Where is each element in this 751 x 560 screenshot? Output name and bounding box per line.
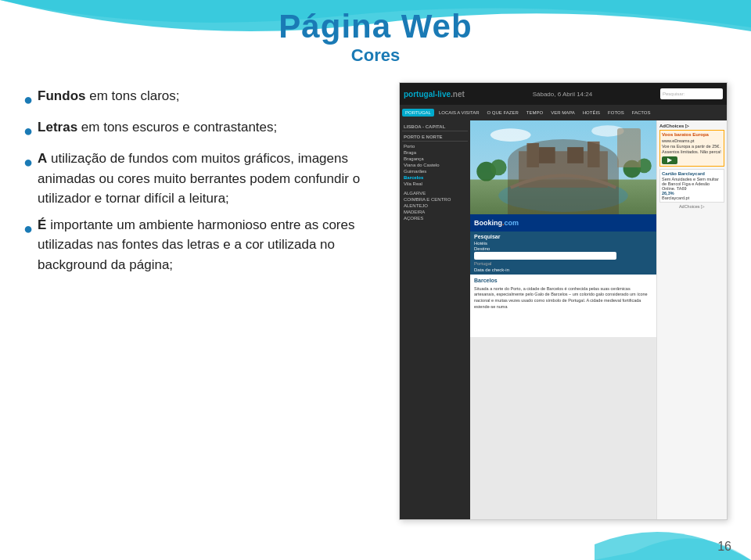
bullet-icon-3: ● (23, 150, 33, 174)
checkin-label: Data de check-in (474, 267, 652, 272)
ad-button: ▶ (662, 156, 677, 164)
bullet-1-text: Fundos em tons claros; (38, 86, 179, 106)
sidebar-braganca: Bragança (402, 156, 468, 162)
site-logo-ext: .net (451, 90, 465, 99)
site-nav-locais: LOCAIS A VISITAR (436, 109, 483, 117)
destino-label: Destino (474, 246, 652, 251)
ad-headline: Voos baratos Europa (662, 132, 722, 138)
bullet-icon-2: ● (23, 119, 33, 142)
sidebar-alentejo: ALENTEJO (402, 203, 468, 209)
svg-rect-1 (470, 180, 656, 214)
site-nav-portugal: PORTUGAL (402, 109, 434, 117)
card-ad-text: Sem Anuidades e Sem multar de Bancol Fig… (662, 177, 722, 191)
bullet-2-bold: Letras (38, 120, 77, 135)
sidebar-section-lisboa: LISBOA - CAPITAL (402, 123, 468, 131)
hotels-label: Hotéis (474, 241, 652, 246)
ad-box-1: Voos baratos Europa www.eDreams.pt Voe n… (659, 130, 724, 167)
sidebar-porto: Porto (402, 143, 468, 149)
site-logo: portugal-live.net (404, 90, 465, 99)
svg-point-2 (498, 180, 628, 212)
sidebar-section-porto: PORTO E NORTE (402, 133, 468, 142)
site-nav-hoteis: HOTÉIS (580, 109, 603, 117)
site-nav-fazer: O QUE FAZER (483, 109, 521, 117)
bullet-4-text: É importante um ambiente harmonioso entr… (38, 215, 391, 275)
website-screenshot: portugal-live.net Sábado, 6 Abril 14:24 … (399, 82, 728, 520)
text-column: ● Fundos em tons claros; ● Letras em ton… (23, 78, 399, 529)
svg-point-11 (637, 159, 652, 174)
search-form-title: Pesquisar (474, 234, 652, 239)
site-description: Barcelos Situada a norte do Porto, a cid… (470, 275, 656, 337)
svg-rect-6 (539, 147, 555, 163)
site-date: Sábado, 6 Abril 14:24 (533, 91, 593, 98)
site-booking-bar: Booking.com (470, 214, 656, 232)
card-ad-title: Cartão Barclaycard (662, 171, 722, 176)
bullet-1-bold: Fundos (38, 88, 85, 103)
site-search-label: Pesquisar: (663, 92, 685, 96)
bullet-3: ● A utilização de fundos com muitos gráf… (23, 149, 391, 209)
page-title: Página Web (0, 8, 751, 45)
site-desc-text: Situada a norte do Porto, a cidade de Ba… (474, 286, 652, 311)
site-hero-image (470, 120, 656, 214)
site-nav-tempo: TEMPO (523, 109, 546, 117)
sidebar-viana: Viana do Castelo (402, 162, 468, 168)
content-area: ● Fundos em tons claros; ● Letras em ton… (0, 70, 751, 537)
bullet-4-rest: importante um ambiente harmonioso entre … (38, 217, 354, 272)
site-header: portugal-live.net Sábado, 6 Abril 14:24 … (400, 83, 727, 105)
main-title-area: Página Web (0, 8, 751, 45)
svg-rect-4 (526, 143, 539, 167)
page-number: 16 (717, 540, 731, 554)
ad-site: www.eDreams.pt (662, 138, 722, 144)
sidebar-acores: AÇORES (402, 215, 468, 221)
site-booking-logo: Booking.com (474, 219, 519, 227)
card-ad: Cartão Barclaycard Sem Anuidades e Sem m… (659, 169, 724, 203)
site-body: LISBOA - CAPITAL PORTO E NORTE Porto Bra… (400, 120, 727, 519)
sidebar-coimbra: COIMBRA E CENTRO (402, 196, 468, 203)
bullet-1-rest: em tons claros; (85, 88, 179, 103)
site-nav-mapa: VER MAPA (548, 109, 578, 117)
site-nav: PORTUGAL LOCAIS A VISITAR O QUE FAZER TE… (400, 105, 727, 120)
bullet-3-rest: utilização de fundos com muitos gráficos… (38, 151, 360, 206)
bullet-3-text: A utilização de fundos com muitos gráfic… (38, 149, 391, 209)
bullet-3-bold: A (38, 151, 47, 166)
svg-point-12 (490, 128, 531, 142)
booking-text: Booking (474, 219, 502, 227)
bullet-2-text: Letras em tons escuros e contrastantes; (38, 117, 277, 138)
site-logo-name: portugal-live (404, 90, 451, 99)
ad-choices-label: AdChoices ▷ (659, 204, 724, 209)
site-search-box: Pesquisar: (660, 88, 723, 99)
sidebar-vilareal: Vila Real (402, 181, 468, 187)
ad-label: AdChoices ▷ (659, 123, 724, 128)
sidebar-braga: Braga (402, 149, 468, 156)
bullet-4-bold: É (38, 217, 46, 232)
bullet-1: ● Fundos em tons claros; (23, 86, 391, 111)
portugal-label: Portugal (474, 261, 652, 266)
booking-com: com (505, 219, 519, 227)
site-nav-factos: FACTOS (629, 109, 654, 117)
sidebar-algarve: ALGARVE (402, 190, 468, 196)
bullet-2: ● Letras em tons escuros e contrastantes… (23, 117, 391, 142)
bullet-2-rest: em tons escuros e contrastantes; (77, 120, 277, 135)
svg-rect-3 (519, 151, 608, 188)
screenshot-column: portugal-live.net Sábado, 6 Abril 14:24 … (399, 82, 728, 529)
site-nav-fotos: FOTOS (605, 109, 627, 117)
svg-point-9 (490, 160, 507, 176)
card-ad-url: Barclaycard.pt (662, 196, 722, 200)
bullet-icon-1: ● (23, 88, 33, 111)
sidebar-barcelos: Barcelos (402, 174, 468, 181)
site-main-content: Booking.com Pesquisar Hotéis Destino Por… (470, 120, 656, 519)
sidebar-madeira: MADEIRA (402, 209, 468, 215)
svg-rect-5 (588, 142, 600, 167)
site-search-form: Pesquisar Hotéis Destino Portugal Data d… (470, 232, 656, 275)
bullet-icon-4: ● (23, 217, 33, 240)
sidebar-guimaraes: Guimarães (402, 168, 468, 174)
site-sidebar: LISBOA - CAPITAL PORTO E NORTE Porto Bra… (400, 120, 470, 519)
ad-text: Voe na Europa a partir de 25€. Assentos … (662, 144, 722, 155)
svg-rect-7 (567, 147, 584, 163)
site-right-ads: AdChoices ▷ Voos baratos Europa www.eDre… (656, 120, 727, 519)
subtitle-area: Cores (0, 45, 751, 66)
subtitle-text: Cores (351, 45, 400, 65)
svg-point-13 (591, 125, 623, 136)
site-desc-title: Barcelos (474, 277, 652, 285)
bullet-4: ● É importante um ambiente harmonioso en… (23, 215, 391, 275)
